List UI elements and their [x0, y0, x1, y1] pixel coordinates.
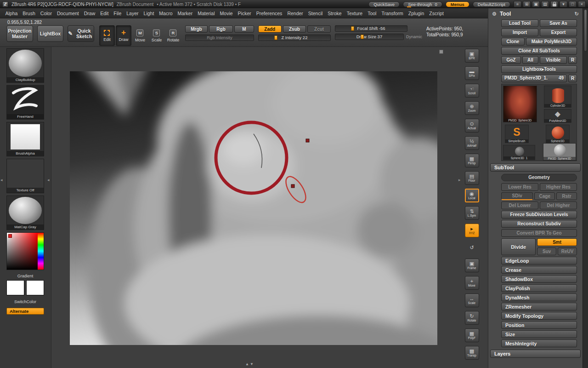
z-intensity-slider[interactable]: Z Intensity 22 — [258, 34, 331, 41]
paste-document-icon[interactable]: ▤ — [541, 1, 549, 7]
menu-item[interactable]: Document — [54, 8, 81, 18]
polymesh3d-thumbnail[interactable]: ◆ PolyMesh3D — [544, 109, 571, 123]
subpalette-header[interactable]: ShadowBox — [501, 275, 577, 283]
right-shelf-button[interactable]: ⇅ L.Sym — [465, 206, 479, 220]
current-alpha-button[interactable]: BrushAlpha — [6, 122, 44, 156]
mrgb-button[interactable]: Mrgb — [185, 25, 208, 33]
default-zscript-button[interactable]: DefaultZScript — [473, 1, 510, 7]
goz-visible-button[interactable]: Visible — [540, 56, 567, 64]
lower-res-button[interactable]: Lower Res — [501, 183, 538, 191]
goz-all-button[interactable]: All — [522, 56, 538, 64]
simplebrush-thumbnail[interactable]: S SimpleBrush — [505, 125, 529, 143]
zsub-button[interactable]: Zsub — [283, 25, 306, 33]
del-lower-button[interactable]: Del Lower — [501, 201, 538, 209]
right-shelf-button[interactable]: ⊙ Actual — [465, 119, 479, 132]
color-picker[interactable] — [6, 232, 44, 270]
active-tool-slot[interactable]: PM3D_Sphere3D_1. 49 — [501, 75, 567, 82]
saturation-square[interactable] — [7, 233, 38, 270]
right-shelf-button[interactable]: ▬ SPix — [465, 66, 479, 80]
menu-item[interactable]: Draw — [81, 8, 98, 18]
quick-sketch-button[interactable]: ✎ Quick Sketch — [68, 25, 94, 42]
save-as-button[interactable]: Save As — [540, 19, 577, 27]
make-polymesh3d-button[interactable]: Make PolyMesh3D — [526, 38, 577, 46]
refresh-icon[interactable]: ↻ — [575, 11, 579, 17]
menu-item[interactable]: Movie — [217, 8, 235, 18]
pm3d-sphere3d-thumbnail[interactable]: PM3D_Sphere3D — [543, 143, 576, 161]
right-tray-handle[interactable]: ▸ — [458, 177, 461, 183]
sphere3d-1-thumbnail[interactable]: Sphere3D_1 — [503, 145, 535, 160]
menu-item[interactable]: Brush — [20, 8, 38, 18]
right-shelf-button[interactable]: ◉ Local — [465, 189, 479, 202]
projection-master-button[interactable]: Projection Master — [6, 25, 33, 42]
gradient-button[interactable]: Gradient — [6, 274, 44, 278]
right-shelf-button[interactable]: ☜ Scroll — [465, 84, 479, 98]
right-shelf-button[interactable]: ↺ — [465, 241, 479, 255]
subpalette-header[interactable]: Position — [501, 321, 577, 329]
lock-icon[interactable] — [550, 1, 558, 7]
edit-mode-button[interactable]: Edit — [99, 25, 115, 46]
switchcolor-button[interactable]: SwitchColor — [6, 299, 44, 304]
right-shelf-button[interactable]: ½ AAHalf — [465, 136, 479, 150]
rstr-button[interactable]: Rstr — [556, 192, 577, 200]
copy-document-icon[interactable]: ▣ — [532, 1, 540, 7]
see-through-slider[interactable]: See-through 0 — [403, 1, 442, 7]
load-tool-button[interactable]: Load Tool — [501, 19, 538, 27]
draw-size-slider[interactable]: Draw Size 37 — [335, 34, 404, 40]
rgb-intensity-slider[interactable]: Rgb Intensity — [185, 34, 254, 41]
subpalette-header[interactable]: Size — [501, 330, 577, 338]
tool-r-button[interactable]: R — [568, 75, 577, 82]
menu-item[interactable]: Stroke — [325, 8, 344, 18]
zcut-button[interactable]: Zcut — [307, 25, 331, 33]
menu-item[interactable]: Alpha — [3, 8, 20, 18]
current-material-button[interactable]: MatCap Gray — [6, 196, 44, 230]
menus-button[interactable]: Menus — [446, 1, 469, 7]
cage-button[interactable]: Cage — [534, 192, 555, 200]
cylinder3d-thumbnail[interactable]: Cylinder3D — [544, 86, 571, 108]
rotate-mode-button[interactable]: R Rotate — [165, 25, 181, 46]
suv-button[interactable]: Suv — [537, 247, 556, 255]
subtool-section-header[interactable]: SubTool — [490, 163, 581, 172]
layers-section-header[interactable]: Layers — [490, 350, 581, 358]
menu-item[interactable]: Zplugin — [406, 8, 426, 18]
draw-mode-button[interactable]: + Draw — [116, 25, 131, 46]
current-brush-button[interactable]: ClayBuildup — [6, 48, 44, 83]
menu-item[interactable]: Stencil — [305, 8, 325, 18]
restore-icon[interactable]: □ — [569, 1, 577, 7]
import-button[interactable]: Import — [501, 29, 538, 36]
subpalette-header[interactable]: EdgeLoop — [501, 257, 577, 264]
subpalette-header[interactable]: MeshIntegrity — [501, 339, 577, 347]
reconstruct-subdiv-button[interactable]: Reconstruct Subdiv — [501, 220, 577, 228]
menu-item[interactable]: Texture — [344, 8, 365, 18]
right-shelf-button[interactable]: ▸ XYZ — [465, 224, 479, 237]
menu-item[interactable]: Picker — [235, 8, 254, 18]
higher-res-button[interactable]: Higher Res — [540, 183, 577, 191]
active-tool-thumbnail[interactable]: PM3D_Sphere3D — [503, 86, 537, 122]
secondary-color-swatch[interactable] — [26, 280, 44, 295]
document-canvas[interactable] — [70, 71, 437, 345]
scrollbar-handle[interactable] — [584, 9, 587, 52]
minimize-icon[interactable]: ▾ — [560, 1, 567, 7]
grid-layout-icon[interactable]: ⊞ — [523, 1, 531, 7]
main-color-swatch[interactable] — [6, 280, 24, 295]
left-tray-handle[interactable]: ◂ — [47, 177, 50, 183]
right-shelf-button[interactable]: ↔ Scale — [465, 293, 479, 307]
panel-config-icon[interactable]: ≡ — [514, 1, 521, 7]
goz-r-button[interactable]: R — [568, 56, 577, 64]
menu-item[interactable]: Macro — [157, 8, 175, 18]
clone-all-subtools-button[interactable]: Clone All SubTools — [501, 47, 577, 55]
right-shelf-button[interactable]: ▦ PolyF — [465, 328, 479, 342]
menu-item[interactable]: File — [111, 8, 124, 18]
dynamic-label[interactable]: Dynamic — [406, 34, 422, 39]
alternate-button[interactable]: Alternate — [6, 308, 44, 315]
menu-item[interactable]: Material — [195, 8, 217, 18]
right-shelf-button[interactable]: + Move — [465, 276, 479, 290]
menu-item[interactable]: Zscript — [427, 8, 447, 18]
right-shelf-button[interactable]: ↻ Rotate — [465, 311, 479, 325]
sdiv-slider[interactable]: SDiv — [501, 192, 533, 200]
canvas-scroll-arrows[interactable]: ▲▼ — [245, 362, 254, 366]
right-shelf-button[interactable]: ▤ Floor — [465, 171, 479, 185]
menu-item[interactable]: Render — [285, 8, 305, 18]
tool-palette-header[interactable]: ⚙ Tool ↻ — [488, 8, 582, 19]
tray-scrollbar[interactable] — [582, 8, 588, 368]
menu-item[interactable]: Preferences — [254, 8, 285, 18]
